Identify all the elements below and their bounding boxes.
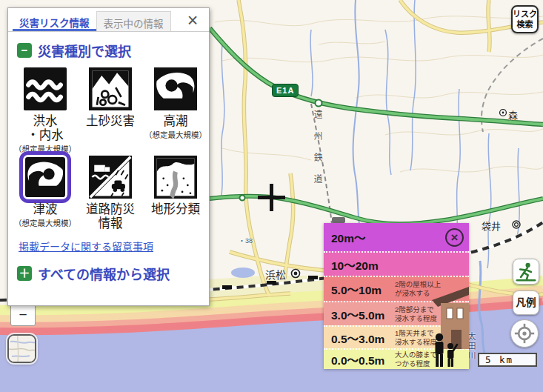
data-notes-link[interactable]: 掲載データに関する留意事項 xyxy=(19,239,209,253)
current-location-button[interactable] xyxy=(510,319,539,348)
disaster-risk-panel: 災害リスク情報 表示中の情報 × − 災害種別で選択 洪水 ・内水 （想定最大規… xyxy=(7,7,210,306)
storm-surge-icon xyxy=(153,66,199,112)
disaster-type-tsunami[interactable]: 津波 （想定最大規模） xyxy=(13,154,78,231)
panel-close-icon[interactable]: × xyxy=(182,10,203,30)
road-hazard-icon xyxy=(87,154,133,200)
disaster-type-landslide[interactable]: 土砂災害 xyxy=(78,66,143,154)
section-title-all: すべての情報から選択 xyxy=(38,264,170,283)
legend-row: 0.5〜3.0m 1階天井まで 浸水する程度 xyxy=(324,325,469,348)
flood-icon xyxy=(22,66,68,112)
landslide-icon xyxy=(87,66,133,112)
section-select-by-type[interactable]: − 災害種別で選択 xyxy=(17,41,209,60)
legend-row: 5.0〜10m 2階の屋根以上 が浸水する xyxy=(324,276,469,301)
section-title: 災害種別で選択 xyxy=(38,41,131,60)
legend-row: 0.0〜0.5m 大人の膝まで つかる程度 xyxy=(324,348,469,369)
tsunami-icon xyxy=(19,151,71,203)
disaster-type-grid: 洪水 ・内水 （想定最大規模） 土砂災害 高潮 （想定最大規模） xyxy=(13,66,208,231)
mini-map-icon xyxy=(9,336,35,362)
risk-search-button[interactable]: リスク検索 xyxy=(511,5,539,33)
disaster-type-storm-surge[interactable]: 高潮 （想定最大規模） xyxy=(143,66,208,154)
legend-close-icon[interactable]: × xyxy=(445,228,464,247)
zoom-out-button[interactable]: − xyxy=(10,303,36,326)
tsunami-depth-legend: × 20m〜 10〜20m 5.0〜10m 2階の屋根以上 が浸水する 3.0〜… xyxy=(324,223,469,369)
tab-displayed-info[interactable]: 表示中の情報 xyxy=(96,11,171,31)
gps-target-icon xyxy=(514,323,535,344)
landform-icon xyxy=(153,154,199,200)
tab-disaster-risk-info[interactable]: 災害リスク情報 xyxy=(13,11,96,31)
disaster-type-road-hazard[interactable]: 道路防災 情報 xyxy=(78,154,143,231)
route-shield-e1a: E1A xyxy=(272,84,299,97)
hazard-map-app: E1A 森 袋井 浜松 太田川 遠州鉄道 ・38 災害リスク情報 表示中の情報 … xyxy=(0,0,543,392)
overview-map-button[interactable] xyxy=(7,334,36,363)
panel-tabbar: 災害リスク情報 表示中の情報 × xyxy=(8,8,209,32)
disaster-type-landform[interactable]: 地形分類 xyxy=(143,154,208,231)
expand-plus-icon[interactable]: ＋ xyxy=(17,266,32,281)
section-select-all[interactable]: ＋ すべての情報から選択 xyxy=(17,264,209,283)
evacuation-button[interactable] xyxy=(513,259,539,285)
legend-toggle-button[interactable]: 凡例 xyxy=(513,290,539,315)
running-person-icon xyxy=(516,262,536,282)
disaster-type-flood[interactable]: 洪水 ・内水 （想定最大規模） xyxy=(13,66,78,154)
legend-row: 3.0〜5.0m 2階部分まで 浸水する程度 xyxy=(324,301,469,325)
map-scale: 5 km xyxy=(478,353,537,367)
collapse-minus-icon[interactable]: − xyxy=(17,43,32,58)
legend-row: 10〜20m xyxy=(324,251,469,276)
